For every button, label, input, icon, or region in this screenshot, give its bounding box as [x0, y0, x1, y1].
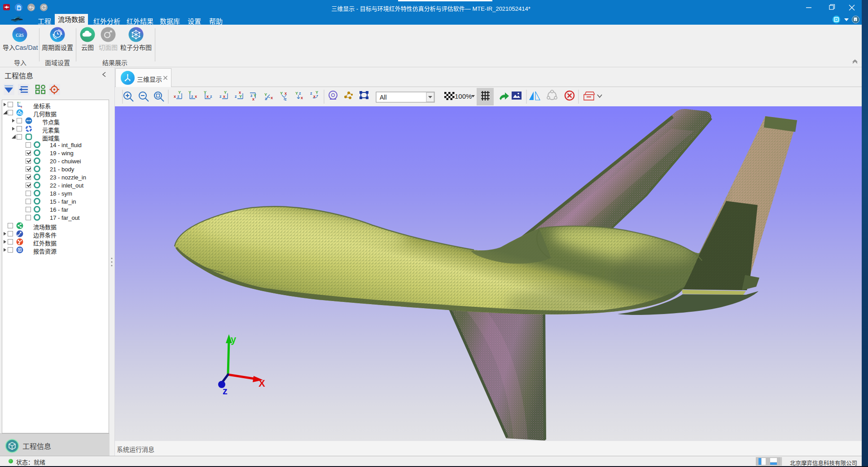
svg-text:X: X — [259, 378, 265, 389]
svg-text:z: z — [235, 94, 237, 99]
svg-text:Y: Y — [178, 90, 181, 95]
svg-text:z: z — [310, 91, 312, 96]
svg-text:x: x — [206, 94, 209, 99]
svg-text:z: z — [223, 385, 228, 397]
svg-text:x: x — [252, 97, 254, 101]
svg-text:x: x — [195, 94, 197, 99]
svg-text:All: All — [380, 94, 387, 101]
svg-text:z: z — [265, 96, 267, 101]
svg-text:Y: Y — [19, 101, 21, 104]
svg-text:z: z — [210, 94, 212, 99]
svg-text:x: x — [21, 105, 22, 109]
svg-text:Y: Y — [316, 90, 318, 95]
svg-text:100%: 100% — [455, 92, 472, 100]
svg-text:y: y — [231, 334, 237, 345]
svg-text:z: z — [191, 94, 193, 99]
svg-text:Y: Y — [295, 91, 298, 96]
svg-text:z: z — [177, 94, 180, 99]
svg-text:Y: Y — [239, 94, 242, 99]
svg-text:x: x — [174, 94, 176, 99]
svg-text:x: x — [223, 94, 225, 99]
svg-text:x: x — [301, 96, 303, 100]
svg-text:Y: Y — [224, 90, 227, 95]
svg-text:Y: Y — [280, 91, 283, 96]
svg-text:x: x — [271, 96, 273, 100]
svg-text:z: z — [285, 97, 287, 101]
svg-text:z: z — [19, 105, 20, 107]
svg-text:z: z — [299, 91, 301, 96]
svg-text:cas: cas — [16, 31, 24, 38]
svg-text:z: z — [219, 94, 222, 99]
